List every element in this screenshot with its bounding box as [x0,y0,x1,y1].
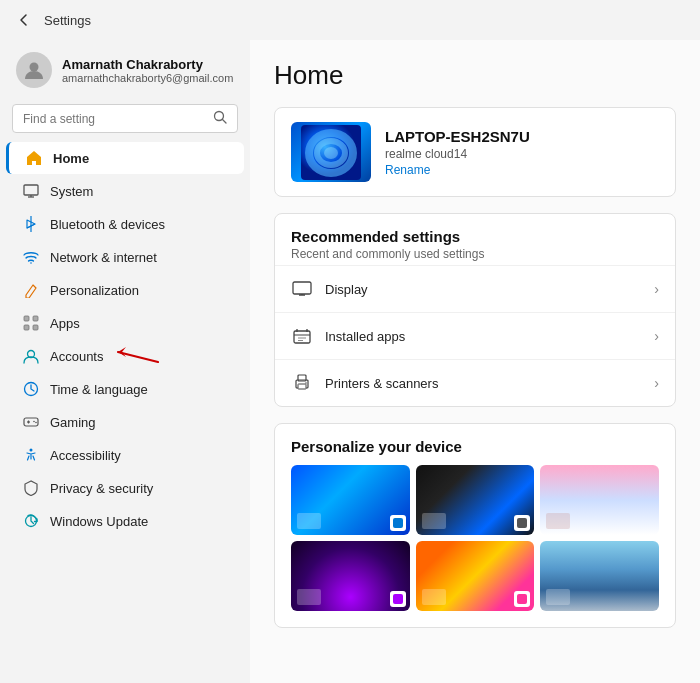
sidebar-item-accounts[interactable]: Accounts [6,340,244,372]
home-icon [25,149,43,167]
sidebar-item-system[interactable]: System [6,175,244,207]
sidebar-item-label-apps: Apps [50,316,80,331]
wp-selector-inner-4 [393,594,403,604]
device-info: LAPTOP-ESH2SN7U realme cloud14 Rename [385,128,530,177]
setting-row-display[interactable]: Display › [275,265,675,312]
network-icon [22,248,40,266]
wp-overlay-4 [297,589,321,605]
search-box[interactable] [12,104,238,133]
user-section[interactable]: Amarnath Chakraborty amarnathchakraborty… [0,40,250,100]
search-icon [213,110,227,127]
svg-line-2 [223,120,227,124]
wallpaper-item-3[interactable] [540,465,659,535]
sidebar-item-accessibility[interactable]: Accessibility [6,439,244,471]
wp-overlay-3 [546,513,570,529]
svg-rect-10 [24,325,29,330]
system-icon [22,182,40,200]
setting-label-installed-apps: Installed apps [325,329,642,344]
device-model: realme cloud14 [385,147,530,161]
wallpaper-item-4[interactable] [291,541,410,611]
wp-selector-1 [390,515,406,531]
sidebar-item-bluetooth[interactable]: Bluetooth & devices [6,208,244,240]
sidebar-item-label-home: Home [53,151,89,166]
recommended-title: Recommended settings [291,228,659,245]
svg-rect-25 [293,282,311,294]
svg-point-24 [324,147,338,159]
setting-row-printers[interactable]: Printers & scanners › [275,359,675,406]
chevron-installed-apps-icon: › [654,328,659,344]
sidebar-item-label-bluetooth: Bluetooth & devices [50,217,165,232]
svg-point-19 [30,449,33,452]
svg-point-18 [35,422,37,424]
user-info: Amarnath Chakraborty amarnathchakraborty… [62,57,233,84]
svg-point-7 [30,262,32,264]
user-name: Amarnath Chakraborty [62,57,233,72]
svg-point-37 [305,382,307,384]
wp-selector-4 [390,591,406,607]
sidebar-item-label-system: System [50,184,93,199]
sidebar-item-personalization[interactable]: Personalization [6,274,244,306]
privacy-icon [22,479,40,497]
personalization-icon [22,281,40,299]
sidebar-item-label-network: Network & internet [50,250,157,265]
app-title: Settings [44,13,91,28]
device-thumbnail [291,122,371,182]
back-button[interactable] [12,8,36,32]
personalize-title: Personalize your device [291,424,659,455]
wallpaper-item-1[interactable] [291,465,410,535]
chevron-printers-icon: › [654,375,659,391]
wallpaper-item-6[interactable] [540,541,659,611]
wallpaper-item-5[interactable] [416,541,535,611]
bluetooth-icon [22,215,40,233]
sidebar-item-network[interactable]: Network & internet [6,241,244,273]
sidebar-item-label-gaming: Gaming [50,415,96,430]
sidebar-item-label-update: Windows Update [50,514,148,529]
wallpaper-item-2[interactable] [416,465,535,535]
sidebar-item-gaming[interactable]: Gaming [6,406,244,438]
recommended-settings-card: Recommended settings Recent and commonly… [274,213,676,407]
sidebar-item-time[interactable]: Time & language [6,373,244,405]
sidebar-item-home[interactable]: Home [6,142,244,174]
time-icon [22,380,40,398]
setting-label-printers: Printers & scanners [325,376,642,391]
sidebar-item-privacy[interactable]: Privacy & security [6,472,244,504]
sidebar-item-update[interactable]: Windows Update [6,505,244,537]
search-input[interactable] [23,112,207,126]
svg-rect-28 [294,331,310,343]
sidebar-item-label-accessibility: Accessibility [50,448,121,463]
setting-row-installed-apps[interactable]: Installed apps › [275,312,675,359]
wp-overlay-5 [422,589,446,605]
accessibility-icon [22,446,40,464]
wp-selector-inner-2 [517,518,527,528]
wp-selector-5 [514,591,530,607]
svg-rect-36 [298,384,306,389]
wp-overlay-6 [546,589,570,605]
device-rename-link[interactable]: Rename [385,163,530,177]
wp-selector-inner-1 [393,518,403,528]
sidebar-item-label-accounts: Accounts [50,349,103,364]
printer-icon [291,372,313,394]
page-title: Home [274,60,676,91]
title-bar: Settings [0,0,700,40]
device-card: LAPTOP-ESH2SN7U realme cloud14 Rename [274,107,676,197]
apps-icon [22,314,40,332]
wp-overlay-2 [422,513,446,529]
gaming-icon [22,413,40,431]
wp-selector-2 [514,515,530,531]
sidebar-item-label-privacy: Privacy & security [50,481,153,496]
svg-rect-8 [24,316,29,321]
svg-rect-3 [24,185,38,195]
accounts-icon [22,347,40,365]
update-icon [22,512,40,530]
recommended-header: Recommended settings Recent and commonly… [275,214,675,265]
sidebar-item-label-personalization: Personalization [50,283,139,298]
avatar [16,52,52,88]
sidebar-item-apps[interactable]: Apps [6,307,244,339]
device-name: LAPTOP-ESH2SN7U [385,128,530,145]
sidebar-nav: Home System [0,141,250,538]
display-icon [291,278,313,300]
wp-selector-inner-5 [517,594,527,604]
wallpaper-grid [291,465,659,611]
sidebar-item-label-time: Time & language [50,382,148,397]
sidebar: Amarnath Chakraborty amarnathchakraborty… [0,40,250,554]
